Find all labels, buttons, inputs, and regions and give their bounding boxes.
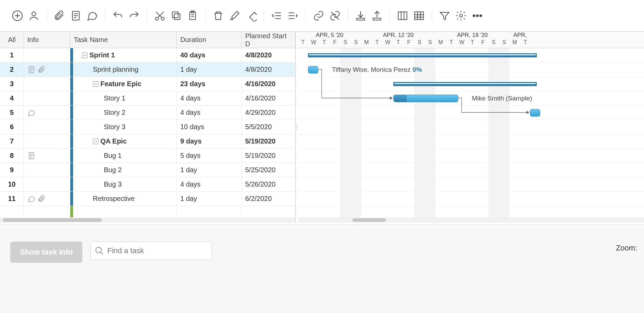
summary-bar[interactable] bbox=[308, 53, 537, 57]
filter-icon[interactable] bbox=[437, 9, 452, 23]
table-row[interactable]: 9Bug 21 day5/25/2020 bbox=[0, 163, 295, 177]
timeline-day-label: S bbox=[414, 39, 425, 48]
paste-icon[interactable] bbox=[185, 9, 200, 23]
settings-icon[interactable] bbox=[454, 9, 468, 23]
table-row[interactable]: 6Story 310 days5/5/2020 bbox=[0, 120, 295, 134]
attach-icon[interactable] bbox=[52, 9, 67, 23]
gantt-body[interactable]: Tiffany Wise, Monica Perez0%Mike Smith (… bbox=[298, 48, 644, 217]
table-row[interactable]: 4Story 14 days4/16/2020 bbox=[0, 91, 295, 106]
start-date-cell[interactable]: 6/2/2020 bbox=[242, 192, 295, 206]
outdent-icon[interactable] bbox=[269, 9, 284, 23]
task-name-cell[interactable]: Retrospective bbox=[70, 192, 177, 206]
collapse-toggle[interactable]: − bbox=[82, 53, 87, 58]
table-row[interactable]: 11Retrospective1 day6/2/2020 bbox=[0, 192, 295, 206]
start-date-cell[interactable]: 4/8/2020 bbox=[242, 48, 295, 62]
col-header-duration[interactable]: Duration bbox=[177, 32, 242, 48]
columns-icon[interactable] bbox=[395, 9, 410, 23]
start-date-cell[interactable]: 5/26/2020 bbox=[242, 177, 295, 191]
comment-icon[interactable] bbox=[85, 9, 99, 23]
start-date-cell[interactable]: 4/8/2020 bbox=[242, 63, 295, 77]
task-name-cell[interactable]: Story 3 bbox=[70, 120, 177, 134]
scrollbar-thumb[interactable] bbox=[352, 218, 386, 222]
export-icon[interactable] bbox=[370, 9, 384, 23]
toolbar-separator bbox=[147, 10, 147, 22]
task-name-cell[interactable]: Bug 3 bbox=[70, 177, 177, 191]
start-date-cell[interactable]: 4/29/2020 bbox=[242, 106, 295, 120]
collapse-toggle[interactable]: − bbox=[93, 81, 98, 87]
delete-icon[interactable] bbox=[211, 9, 225, 23]
grid-icon[interactable] bbox=[412, 9, 426, 23]
start-date-cell[interactable]: 5/19/2020 bbox=[242, 134, 295, 148]
zoom-label: Zoom: bbox=[616, 244, 637, 253]
task-name-cell[interactable]: Bug 2 bbox=[70, 163, 177, 177]
svg-line-50 bbox=[101, 252, 103, 255]
task-name-cell[interactable]: Bug 1 bbox=[70, 149, 177, 163]
duration-cell[interactable]: 10 days bbox=[177, 120, 242, 134]
duration-cell[interactable]: 4 days bbox=[177, 91, 242, 105]
table-row[interactable]: 1−Sprint 140 days4/8/2020 bbox=[0, 48, 295, 63]
duration-cell[interactable]: 4 days bbox=[177, 177, 242, 191]
note-icon[interactable] bbox=[69, 9, 83, 23]
timeline-day-label: W bbox=[382, 39, 393, 48]
start-date-cell[interactable]: 5/5/2020 bbox=[242, 120, 295, 134]
col-header-info[interactable]: Info bbox=[24, 32, 70, 48]
undo-icon[interactable] bbox=[111, 9, 125, 23]
diamond-icon[interactable] bbox=[244, 9, 258, 23]
duration-cell[interactable]: 1 day bbox=[177, 163, 242, 177]
col-header-start[interactable]: Planned Start D bbox=[242, 32, 295, 48]
link-icon[interactable] bbox=[311, 9, 326, 23]
duration-cell[interactable]: 23 days bbox=[177, 77, 242, 91]
task-bar[interactable] bbox=[530, 109, 540, 117]
duration-cell[interactable]: 40 days bbox=[177, 48, 242, 62]
table-row[interactable]: 7−QA Epic9 days5/19/2020 bbox=[0, 134, 295, 149]
toolbar-separator bbox=[264, 10, 264, 22]
unlink-icon[interactable] bbox=[328, 9, 342, 23]
task-bar[interactable] bbox=[393, 95, 458, 102]
copy-icon[interactable] bbox=[169, 9, 183, 23]
task-name-cell[interactable]: Story 2 bbox=[70, 106, 177, 120]
duration-cell[interactable]: 5 days bbox=[177, 149, 242, 163]
table-row-empty[interactable] bbox=[0, 206, 295, 217]
table-row[interactable]: 3−Feature Epic23 days4/16/2020 bbox=[0, 77, 295, 91]
table-row[interactable]: 10Bug 34 days5/26/2020 bbox=[0, 177, 295, 192]
duration-cell[interactable]: 9 days bbox=[177, 134, 242, 148]
add-icon[interactable] bbox=[10, 9, 25, 23]
start-date-cell[interactable]: 4/16/2020 bbox=[242, 91, 295, 105]
indent-icon[interactable] bbox=[286, 9, 300, 23]
show-task-info-button[interactable]: Show task info bbox=[10, 242, 82, 263]
duration-cell[interactable]: 1 day bbox=[177, 63, 242, 77]
row-number: 8 bbox=[0, 149, 24, 163]
svg-point-39 bbox=[476, 15, 478, 17]
task-name-cell[interactable]: −Sprint 1 bbox=[70, 48, 177, 62]
redo-icon[interactable] bbox=[127, 9, 141, 23]
find-task-input[interactable] bbox=[90, 242, 212, 260]
start-date-cell[interactable]: 5/25/2020 bbox=[242, 163, 295, 177]
grid-horizontal-scrollbar[interactable] bbox=[0, 217, 295, 223]
user-icon[interactable] bbox=[27, 9, 41, 23]
paint-icon[interactable] bbox=[227, 9, 242, 23]
import-icon[interactable] bbox=[353, 9, 368, 23]
col-header-all[interactable]: All bbox=[0, 32, 24, 48]
table-row[interactable]: 5Story 24 days4/29/2020 bbox=[0, 106, 295, 120]
table-row[interactable]: 2Sprint planning1 day4/8/2020 bbox=[0, 63, 295, 77]
task-bar[interactable] bbox=[308, 66, 318, 73]
collapse-toggle[interactable]: − bbox=[93, 139, 98, 144]
task-bar-label: Mike Smith (Sample) bbox=[472, 95, 532, 102]
table-row[interactable]: 8Bug 15 days5/19/2020 bbox=[0, 149, 295, 163]
cut-icon[interactable] bbox=[153, 9, 167, 23]
task-name-cell[interactable]: Story 1 bbox=[70, 91, 177, 105]
task-name-text: Story 3 bbox=[104, 123, 125, 131]
col-header-name[interactable]: Task Name bbox=[70, 32, 177, 48]
start-date-cell[interactable]: 5/19/2020 bbox=[242, 149, 295, 163]
summary-bar[interactable] bbox=[393, 82, 537, 86]
start-date-cell[interactable]: 4/16/2020 bbox=[242, 77, 295, 91]
duration-cell[interactable]: 4 days bbox=[177, 106, 242, 120]
duration-cell[interactable]: 1 day bbox=[177, 192, 242, 206]
svg-rect-27 bbox=[373, 18, 381, 20]
scrollbar-thumb[interactable] bbox=[3, 218, 102, 222]
task-name-cell[interactable]: −QA Epic bbox=[70, 134, 177, 148]
gantt-horizontal-scrollbar[interactable] bbox=[298, 217, 644, 223]
task-name-cell[interactable]: Sprint planning bbox=[70, 63, 177, 77]
task-name-cell[interactable]: −Feature Epic bbox=[70, 77, 177, 91]
more-icon[interactable] bbox=[470, 9, 485, 23]
